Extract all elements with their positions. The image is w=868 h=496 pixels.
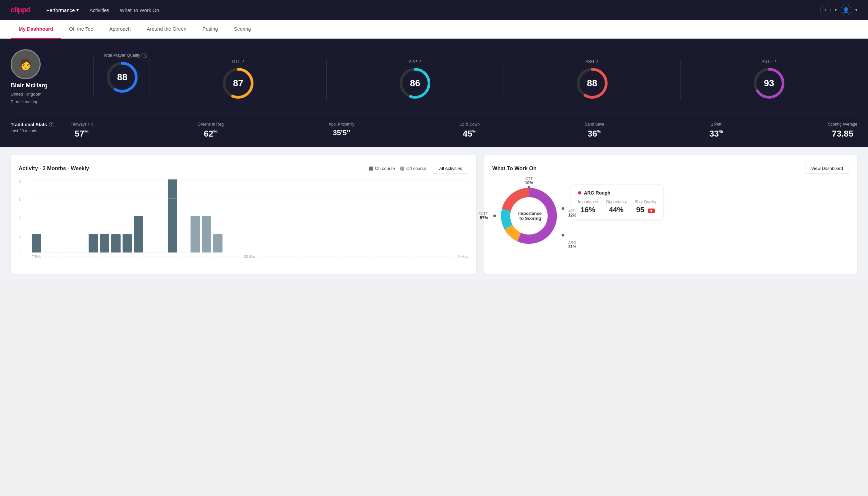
x-label: 7 Feb — [32, 254, 41, 259]
score-card-app: APP ↗ 86 — [327, 59, 503, 101]
help-icon[interactable]: ? — [142, 52, 147, 58]
putt-score-value: 93 — [764, 78, 774, 89]
tab-my-dashboard[interactable]: My Dashboard — [11, 20, 61, 38]
bar-item — [202, 216, 211, 252]
stat-value: 62% — [198, 128, 223, 139]
nav-performance[interactable]: Performance ▾ — [46, 7, 79, 13]
donut-label-putt: PUTT 57% — [478, 212, 488, 220]
total-quality-label: Total Player Quality ? — [103, 52, 857, 58]
stat-label: 1 Putt — [709, 122, 723, 127]
activity-card-header: Activity - 3 Months - Weekly On course O… — [19, 163, 468, 174]
top-nav: clippd Performance ▾ Activities What To … — [0, 0, 868, 20]
activity-chart-area: 4 3 2 1 0 7 Feb 28 Mar 9 May — [19, 179, 468, 266]
stat-oneputt: 1 Putt 33% — [709, 122, 723, 139]
y-label: 3 — [19, 234, 31, 238]
x-label: 28 Mar — [244, 254, 255, 259]
donut-chart: OTT 10% APP 12% ARG 21% PUTT 57% — [492, 179, 566, 252]
app-score-value: 86 — [410, 78, 420, 89]
metric-value: 16% — [578, 205, 598, 214]
bar-item — [66, 252, 75, 252]
bar-item — [43, 252, 53, 252]
add-button[interactable]: + — [820, 5, 831, 15]
donut-svg — [495, 183, 562, 249]
avatar: 🧑 — [11, 49, 41, 79]
score-card-putt: PUTT ↗ 93 — [680, 59, 857, 101]
tab-approach[interactable]: Approach — [101, 20, 139, 38]
info-card-metrics: Importance 16% Opportunity 44% Shot Qual… — [578, 200, 656, 214]
divider — [93, 57, 94, 97]
donut-dot-ott — [527, 186, 530, 188]
stat-value: 33% — [709, 128, 723, 139]
ott-ring: 87 — [221, 67, 255, 100]
metric-value: 44% — [606, 205, 627, 214]
activity-card-title: Activity - 3 Months - Weekly — [19, 166, 89, 172]
total-score-ring: 88 — [106, 61, 139, 94]
stat-items: Fairways Hit 57% Greens In Reg 62% App. … — [70, 122, 857, 139]
tab-scoring[interactable]: Scoring — [226, 20, 259, 38]
y-label: 2 — [19, 216, 31, 220]
info-card-title: ARG Rough — [578, 190, 656, 196]
arrow-icon: ↗ — [241, 59, 244, 64]
donut-label-arg: ARG 21% — [568, 241, 576, 249]
help-icon-stats[interactable]: ? — [49, 122, 54, 127]
user-avatar-button[interactable]: 👤 — [841, 5, 851, 15]
arg-ring: 88 — [575, 67, 609, 100]
chevron-down-icon-user: ▾ — [855, 7, 857, 12]
player-country: United Kingdom — [11, 92, 42, 97]
score-card-ott: OTT ↗ 87 — [149, 59, 327, 101]
y-label: 0 — [19, 179, 31, 183]
view-dashboard-button[interactable]: View Dashboard — [805, 163, 849, 174]
donut-label-app: APP 12% — [568, 209, 576, 218]
whattowork-title: What To Work On — [492, 166, 537, 172]
stat-value: 35'5" — [329, 128, 354, 137]
bar-item — [157, 252, 166, 252]
scores-row: 🧑 Blair McHarg United Kingdom Plus Handi… — [11, 49, 857, 114]
metric-shot-quality: Shot Quality 95 ▼ — [634, 200, 656, 214]
app-label: APP ↗ — [409, 59, 421, 64]
pink-dot-icon — [578, 191, 581, 195]
y-axis-labels: 4 3 2 1 0 — [19, 179, 31, 257]
bar-item — [145, 252, 155, 252]
all-activities-button[interactable]: All Activities — [433, 163, 468, 174]
nav-links: Performance ▾ Activities What To Work On — [46, 7, 159, 13]
metric-label: Importance — [578, 200, 598, 204]
stat-sandsave: Sand Save 36% — [585, 122, 604, 139]
info-card-wrapper: ARG Rough Importance 16% Opportunity 44%… — [571, 179, 849, 252]
stat-label: Greens In Reg — [198, 122, 223, 127]
stat-proximity: App. Proximity 35'5" — [329, 122, 354, 139]
arrow-icon: ↗ — [773, 59, 776, 64]
bar-item — [179, 252, 189, 252]
stat-updown: Up & Down 45% — [459, 122, 480, 139]
chevron-down-icon: ▾ — [76, 7, 79, 13]
ott-label: OTT ↗ — [232, 59, 244, 64]
putt-label: PUTT ↗ — [762, 59, 776, 64]
stat-value: 36% — [585, 128, 604, 139]
bar-item — [134, 216, 143, 252]
score-cards: 88 OTT ↗ 87 — [103, 59, 857, 101]
metric-label: Shot Quality — [634, 200, 656, 204]
bar-item — [213, 234, 222, 252]
donut-dot-arg — [562, 234, 564, 236]
arrow-icon: ↗ — [596, 59, 599, 64]
player-info: 🧑 Blair McHarg United Kingdom Plus Handi… — [11, 49, 84, 104]
svg-point-15 — [510, 197, 548, 234]
arg-rough-info-card: ARG Rough Importance 16% Opportunity 44%… — [571, 185, 663, 220]
tab-around-the-green[interactable]: Around the Green — [139, 20, 194, 38]
donut-dot-app — [562, 207, 564, 210]
nav-activities[interactable]: Activities — [90, 7, 109, 13]
stats-subtitle: Last 20 rounds — [11, 128, 70, 133]
tab-off-the-tee[interactable]: Off the Tee — [61, 20, 101, 38]
legend-dot-off — [400, 167, 404, 171]
score-card-arg: ARG ↗ 88 — [504, 59, 680, 101]
donut-dot-putt — [493, 215, 496, 217]
tab-putting[interactable]: Putting — [194, 20, 226, 38]
bar-item — [77, 252, 86, 252]
chevron-down-icon-add: ▾ — [835, 7, 837, 12]
stat-label: Sand Save — [585, 122, 604, 127]
nav-what-to-work-on[interactable]: What To Work On — [120, 7, 159, 13]
putt-ring: 93 — [753, 67, 786, 100]
stat-label: Up & Down — [459, 122, 480, 127]
chart-legend: On course Off course — [369, 166, 426, 171]
legend-on-course: On course — [369, 166, 395, 171]
whattowork-card-header: What To Work On View Dashboard — [492, 163, 849, 174]
